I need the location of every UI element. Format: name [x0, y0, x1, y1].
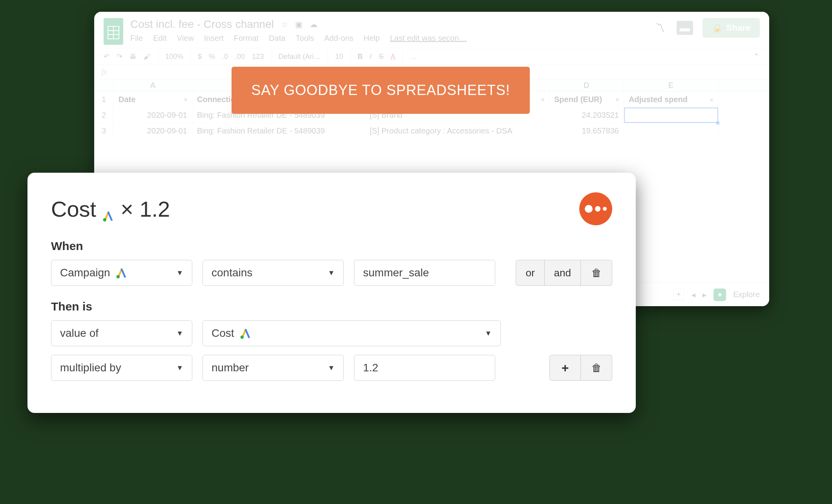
then-op-select[interactable]: multiplied by ▼: [51, 355, 192, 381]
table-row: 3 2020-09-01 Bing: Fashion Retailer DE -…: [94, 123, 769, 139]
undo-icon[interactable]: ↶: [104, 52, 109, 61]
then-type-value: number: [212, 362, 249, 374]
move-folder-icon[interactable]: ▣: [295, 20, 303, 29]
menu-data[interactable]: Data: [269, 34, 285, 43]
col-header-e[interactable]: E: [624, 79, 718, 91]
fx-label: fx: [101, 68, 107, 76]
font-select[interactable]: Default (Ari…: [278, 53, 321, 61]
chevron-down-icon: ▼: [176, 329, 183, 338]
chevron-down-icon: ▼: [328, 364, 335, 372]
cell-campaign[interactable]: [S] Product category : Accessories - DSA: [365, 123, 549, 139]
then-field-value: Cost: [212, 327, 234, 340]
footer-plus-icon[interactable]: +: [673, 289, 685, 300]
header-adjusted: Adjusted spend: [629, 95, 688, 104]
when-value-input[interactable]: summer_sale: [354, 260, 495, 286]
text-color-button[interactable]: A: [390, 53, 395, 61]
last-edit-link[interactable]: Last edit was secon…: [390, 34, 467, 43]
svg-point-0: [103, 218, 107, 222]
sheets-logo-icon: [104, 18, 123, 45]
then-type-select[interactable]: number ▼: [203, 355, 344, 381]
toolbar-more[interactable]: …: [410, 53, 417, 61]
google-ads-icon: [239, 327, 252, 340]
trash-icon: 🗑: [591, 267, 602, 279]
filter-icon[interactable]: ≡: [710, 97, 713, 103]
bold-button[interactable]: B: [358, 53, 363, 61]
when-operator-value: contains: [212, 267, 252, 279]
footer-left-icon[interactable]: ◂: [692, 290, 695, 299]
format-dec-less[interactable]: .0: [222, 53, 228, 61]
cell-date[interactable]: 2020-09-01: [114, 123, 192, 139]
more-actions-button[interactable]: [579, 192, 612, 225]
filter-icon[interactable]: ≡: [616, 97, 619, 103]
toolbar: ↶ ↷ 🖶 🖌 100% $ % .0 .00 123 Default (Ari…: [94, 48, 769, 65]
print-icon[interactable]: 🖶: [130, 53, 137, 61]
then-source-select[interactable]: value of ▼: [51, 320, 192, 346]
document-title[interactable]: Cost incl. fee - Cross channel: [130, 18, 274, 31]
when-field-select[interactable]: Campaign ▼: [51, 260, 192, 286]
add-operation-button[interactable]: +: [549, 355, 581, 381]
format-dec-more[interactable]: .00: [235, 53, 245, 61]
row-number[interactable]: 2: [94, 108, 114, 123]
collapse-toolbar-icon[interactable]: ⌃: [753, 52, 760, 61]
chevron-down-icon: ▼: [485, 329, 492, 338]
redo-icon[interactable]: ↷: [117, 52, 122, 61]
when-operator-select[interactable]: contains ▼: [203, 260, 344, 286]
cell-adjusted[interactable]: [624, 108, 718, 123]
banner-text: SAY GOODBYE TO SPREADSHEETS!: [251, 82, 510, 99]
chevron-down-icon: ▼: [328, 269, 335, 277]
star-icon[interactable]: ☆: [281, 20, 288, 29]
font-size[interactable]: 10: [335, 53, 343, 61]
cell-adjusted[interactable]: [624, 123, 718, 139]
menu-help[interactable]: Help: [364, 34, 380, 43]
explore-label[interactable]: Explore: [733, 290, 760, 299]
comments-icon[interactable]: ▬: [677, 21, 693, 35]
then-label: Then is: [51, 300, 612, 313]
delete-operation-button[interactable]: 🗑: [581, 355, 612, 381]
cell-spend[interactable]: 24.203521: [549, 108, 624, 123]
paint-format-icon[interactable]: 🖌: [144, 53, 151, 61]
rule-title: Cost × 1.2: [51, 196, 170, 222]
format-currency[interactable]: $: [198, 53, 202, 61]
italic-button[interactable]: I: [370, 53, 372, 61]
activity-icon[interactable]: 〽: [653, 21, 667, 35]
menu-insert[interactable]: Insert: [204, 34, 224, 43]
delete-condition-button[interactable]: 🗑: [581, 260, 612, 286]
rule-title-suffix: × 1.2: [120, 196, 170, 222]
share-button[interactable]: 🔒 Share: [702, 18, 760, 38]
header-spend: Spend (EUR): [554, 95, 602, 104]
col-header-d[interactable]: D: [549, 79, 624, 91]
menu-file[interactable]: File: [130, 34, 143, 43]
explore-icon[interactable]: ✦: [713, 289, 726, 301]
menu-format[interactable]: Format: [234, 34, 259, 43]
format-123[interactable]: 123: [252, 53, 264, 61]
then-value-text: 1.2: [363, 362, 378, 374]
menu-addons[interactable]: Add-ons: [324, 34, 354, 43]
zoom-select[interactable]: 100%: [165, 53, 183, 61]
or-button[interactable]: or: [516, 260, 544, 286]
svg-point-1: [116, 275, 120, 279]
cell-spend[interactable]: 19.657836: [549, 123, 624, 139]
cell-date[interactable]: 2020-09-01: [114, 108, 192, 123]
when-field-value: Campaign: [60, 267, 110, 279]
menu-tools[interactable]: Tools: [296, 34, 314, 43]
then-field-select[interactable]: Cost ▼: [203, 320, 501, 346]
and-button[interactable]: and: [545, 260, 581, 286]
rule-card: Cost × 1.2 When Campaign ▼ contains ▼ su: [27, 173, 636, 413]
filter-icon[interactable]: ≡: [541, 97, 544, 103]
strike-button[interactable]: S: [379, 53, 383, 61]
format-percent[interactable]: %: [209, 53, 215, 61]
menu-edit[interactable]: Edit: [153, 34, 166, 43]
col-header-a[interactable]: A: [114, 79, 192, 91]
trash-icon: 🗑: [591, 362, 602, 374]
chevron-down-icon: ▼: [176, 269, 183, 277]
sheet-header: Cost incl. fee - Cross channel ☆ ▣ ☁ Fil…: [94, 12, 769, 48]
then-source-value: value of: [60, 327, 99, 340]
svg-point-2: [240, 336, 244, 339]
menu-view[interactable]: View: [177, 34, 194, 43]
cell-connection[interactable]: Bing: Fashion Retailer DE - 5489039: [192, 123, 365, 139]
then-value-input[interactable]: 1.2: [354, 355, 495, 381]
footer-right-icon[interactable]: ▸: [702, 290, 706, 299]
promo-banner: SAY GOODBYE TO SPREADSHEETS!: [232, 67, 530, 114]
row-number[interactable]: 3: [94, 123, 114, 139]
filter-icon[interactable]: ≡: [184, 97, 187, 103]
